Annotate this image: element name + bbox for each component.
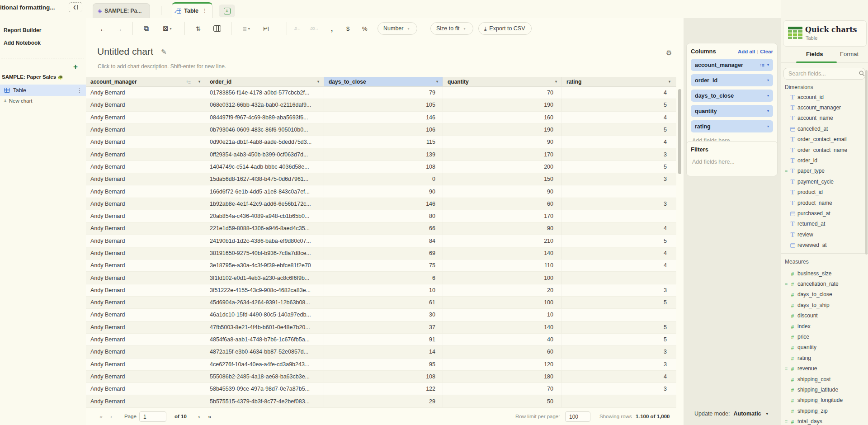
filters-add-fields-placeholder[interactable]: Add fields here... (691, 157, 773, 167)
column-header-order-id[interactable]: order_id ▾ (205, 77, 324, 86)
number-format-dropdown[interactable]: Number ▾ (377, 22, 417, 35)
chart-description-placeholder[interactable]: Click to add chart description. Shift-en… (98, 63, 226, 70)
table-row[interactable]: Andy Bernard068e0312-66bb-432a-bab0-e211… (86, 99, 676, 111)
sort-button[interactable]: ⇅ (196, 18, 201, 39)
add-dataset-button[interactable]: + (73, 62, 78, 71)
measure-item-price[interactable]: #price (781, 331, 868, 342)
table-row[interactable]: Andy Bernard46a1dc10-15fd-4490-80c5-140a… (86, 309, 676, 321)
dimension-item-product-id[interactable]: Tproduct_id (781, 187, 868, 198)
table-row[interactable]: Andy Bernard0d90e21a-db1f-4ab8-aade-5ded… (86, 136, 676, 148)
undo-button[interactable]: ← (99, 18, 106, 39)
sidebar-item-add-notebook[interactable]: Add Notebook (4, 40, 41, 46)
percent-format-button[interactable]: % (362, 18, 368, 39)
chevron-down-icon[interactable]: ▾ (436, 80, 438, 84)
duplicate-chart-button[interactable]: ⧉ (144, 18, 149, 39)
dimension-item-cancelled-at[interactable]: cancelled_at (781, 123, 868, 134)
tab-format[interactable]: Format (840, 51, 859, 57)
table-row[interactable]: Andy Bernard01783856-f14e-4178-a0bd-577c… (86, 87, 676, 99)
row-limit-input[interactable] (565, 411, 590, 422)
table-row[interactable]: Andy Bernard5b575515-4379-4b3f-8c77-4e2b… (86, 395, 676, 407)
next-page-button[interactable]: › (198, 408, 200, 425)
column-header-account-manager[interactable]: account_manager ↑☰ ▾ (86, 77, 205, 86)
measure-item-discount[interactable]: #discount (781, 311, 868, 321)
table-row[interactable]: Andy Bernard24190b1d-1d2c-4386-baba-ef9d… (86, 235, 676, 247)
align-button[interactable]: ≡▾ (243, 18, 250, 39)
table-row[interactable]: Andy Bernard4854f6a8-aab1-4748-b7b6-1c67… (86, 334, 676, 346)
dimension-item-purchased-at[interactable]: purchased_at (781, 208, 868, 218)
measure-item-shipping-latitude[interactable]: #shipping_latitude (781, 384, 868, 395)
measure-item-index[interactable]: #index (781, 321, 868, 331)
tab-table-active[interactable]: ✓ Table ⋮ (172, 2, 212, 18)
sidebar-item-table[interactable]: Table ⋮ (0, 85, 86, 96)
dimension-item-account-id[interactable]: Taccount_id (781, 92, 868, 102)
clear-link[interactable]: Clear (760, 49, 773, 54)
table-row[interactable]: Andy Bernard555086b2-2485-4a18-ae68-ba63… (86, 371, 676, 383)
table-row[interactable]: Andy Bernard0ff29354-a4b3-450b-b399-0cf0… (86, 148, 676, 161)
chart-title[interactable]: Untitled chart (97, 46, 153, 57)
measure-item-total-days[interactable]: =#total_days (781, 416, 868, 425)
tab-fields[interactable]: Fields (806, 51, 823, 57)
measure-item-days-to-close[interactable]: #days_to_close (781, 289, 868, 300)
table-row[interactable]: Andy Bernard47fb5003-8e21-4f4b-b601-0e48… (86, 321, 676, 334)
comma-format-button[interactable]: , (331, 18, 333, 39)
measure-item-shipping-cost[interactable]: #shipping_cost (781, 374, 868, 384)
measure-item-days-to-ship[interactable]: #days_to_ship (781, 300, 868, 310)
dimension-item-paper-type[interactable]: =Tpaper_type (781, 166, 868, 176)
column-pill-quantity[interactable]: quantity▾ (691, 105, 773, 117)
new-chart-button[interactable]: +New chart (4, 98, 33, 104)
measure-item-cancellation-rate[interactable]: =#cancellation_rate (781, 279, 868, 289)
measure-item-shipping-longitude[interactable]: #shipping_longitude (781, 395, 868, 406)
table-options-icon[interactable]: ⋮ (77, 87, 82, 94)
measure-item-rating[interactable]: #rating (781, 353, 868, 363)
chevron-down-icon[interactable]: ▾ (767, 109, 769, 113)
column-pill-days-to-close[interactable]: days_to_close▾ (691, 90, 773, 102)
table-row[interactable]: Andy Bernard166d6f72-6e1b-4dd5-a1e8-843c… (86, 185, 676, 198)
table-row[interactable]: Andy Bernard20ab854a-c436-4089-a948-cb1b… (86, 210, 676, 222)
dimension-item-review[interactable]: Treview (781, 229, 868, 240)
dimension-item-order-contact-name[interactable]: Torder_contact_name (781, 145, 868, 155)
table-scrollbar-thumb[interactable] (678, 89, 681, 174)
update-mode-control[interactable]: Update mode: Automatic ▾ (694, 411, 768, 417)
table-row[interactable]: Andy Bernard3f1fd102-e0d1-4eb3-a230-ac8c… (86, 272, 676, 284)
dimension-item-product-name[interactable]: Tproduct_name (781, 198, 868, 208)
table-row[interactable]: Andy Bernard4872a15f-e3b0-4634-bb87-52e0… (86, 346, 676, 358)
dataset-label[interactable]: SAMPLE: Paper Sales 🐢 (2, 74, 63, 80)
table-row[interactable]: Andy Bernard4ce6276f-10a4-40ea-a4fe-cd3a… (86, 359, 676, 371)
columns-layout-button[interactable] (213, 18, 221, 39)
table-row[interactable]: Andy Bernard15da56d8-1627-4f38-b475-0d6d… (86, 173, 676, 185)
table-row[interactable]: Andy Bernard58b45539-09ce-497a-98d7-0e7a… (86, 383, 676, 395)
column-header-quantity[interactable]: quantity ▾ (443, 77, 561, 86)
previous-page-button[interactable]: ‹ (110, 408, 112, 425)
column-pill-rating[interactable]: rating▾ (691, 120, 773, 132)
dimension-item-reviewed-at[interactable]: reviewed_at (781, 240, 868, 250)
table-tab-options-icon[interactable]: ⋮ (202, 8, 208, 14)
dimension-item-order-id[interactable]: Torder_id (781, 155, 868, 165)
table-row[interactable]: Andy Bernard0b793046-0609-483c-86f6-9050… (86, 124, 676, 136)
new-tab-button[interactable]: + (219, 5, 235, 17)
dimension-item-account-name[interactable]: Taccount_name (781, 113, 868, 123)
add-all-link[interactable]: Add all (738, 49, 755, 54)
chevron-down-icon[interactable]: ▾ (767, 124, 769, 128)
wrap-text-button[interactable]: |↵| (263, 18, 269, 39)
conditional-formatting-menu-item[interactable]: itional formatting... (0, 4, 55, 11)
column-pill-account-manager[interactable]: account_manager↑☰▾ (691, 59, 773, 71)
chevron-down-icon[interactable]: ▾ (767, 94, 769, 98)
tab-dataset[interactable]: ◈ SAMPLE: Pa... (93, 3, 150, 18)
table-row[interactable]: Andy Bernard084497f9-f967-4c69-8b89-aba5… (86, 112, 676, 124)
size-to-fit-dropdown[interactable]: Size to fit ▾ (430, 22, 473, 35)
chevron-down-icon[interactable]: ▾ (555, 80, 557, 84)
fields-panel-scrollbar-thumb[interactable] (865, 70, 868, 255)
dimension-item-returned-at[interactable]: Treturned_at (781, 219, 868, 229)
sidebar-item-report-builder[interactable]: Report Builder (4, 27, 41, 33)
currency-format-button[interactable]: $ (346, 18, 349, 39)
dimension-item-payment-cycle[interactable]: Tpayment_cycle (781, 176, 868, 187)
first-page-button[interactable]: « (99, 408, 103, 425)
table-row[interactable]: Andy Bernard38191650-9275-40bf-b936-7c8a… (86, 247, 676, 260)
measure-item-revenue[interactable]: =#revenue (781, 364, 868, 374)
page-number-input[interactable] (139, 411, 166, 422)
column-header-days-to-close[interactable]: days_to_close ▾ (324, 77, 443, 86)
measure-item-shipping-zip[interactable]: #shipping_zip (781, 406, 868, 416)
chevron-down-icon[interactable]: ▾ (198, 80, 200, 84)
table-row[interactable]: Andy Bernard3f51222e-4155-43c9-908c-4682… (86, 284, 676, 297)
last-page-button[interactable]: » (208, 408, 211, 425)
